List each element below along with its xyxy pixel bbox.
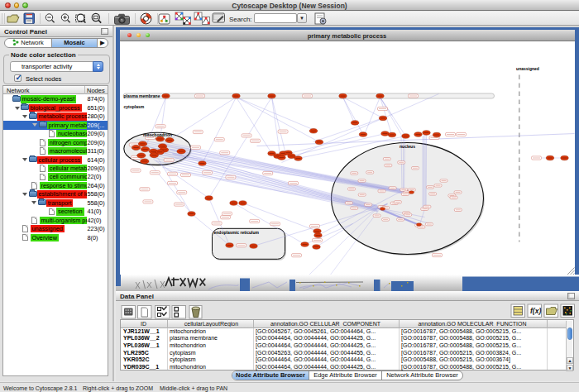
- svg-text:nucleus: nucleus: [400, 144, 415, 149]
- svg-text:endoplasmic reticulum: endoplasmic reticulum: [213, 229, 259, 234]
- svg-text:f(x): f(x): [530, 307, 541, 315]
- svg-text:cytoplasm: cytoplasm: [123, 104, 144, 109]
- svg-text:plasma membrane: plasma membrane: [123, 93, 160, 98]
- svg-text:mitochondrion: mitochondrion: [143, 132, 172, 137]
- svg-text:unassigned: unassigned: [516, 66, 539, 71]
